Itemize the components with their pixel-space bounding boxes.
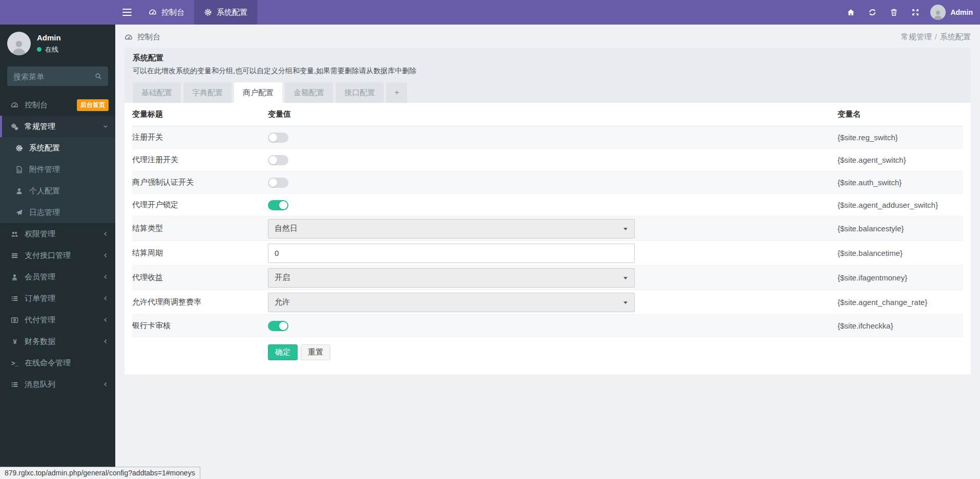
- variable-value-cell: 自然日: [268, 219, 838, 238]
- file-image-icon: [14, 166, 25, 173]
- main-content: 控制台 常规管理/系统配置 系统配置 可以在此增改系统的变量和分组,也可以自定义…: [115, 25, 980, 479]
- toggle-switch[interactable]: [268, 200, 288, 210]
- chevron-left-icon: [102, 231, 109, 237]
- toggle-switch[interactable]: [268, 321, 288, 331]
- sidebar-submenu: 系统配置附件管理个人配置日志管理: [0, 137, 115, 223]
- expand-button[interactable]: [905, 0, 926, 25]
- variable-name: {$site.auth_switch}: [838, 178, 963, 187]
- refresh-button[interactable]: [862, 0, 883, 25]
- table-row: 代理注册开关{$site.agent_switch}: [132, 149, 963, 171]
- sidebar-item-label: 订单管理: [25, 294, 102, 303]
- caret-down-icon: [623, 300, 628, 305]
- toggle-switch[interactable]: [268, 133, 288, 143]
- table-row: 银行卡审核{$site.ifcheckka}: [132, 315, 963, 337]
- paper-plane-icon: [14, 209, 25, 216]
- member-icon: [9, 273, 20, 281]
- tab-1[interactable]: 基础配置: [133, 82, 181, 103]
- sidebar-user-status: 在线: [37, 45, 61, 54]
- sidebar-item[interactable]: 订单管理: [0, 288, 115, 309]
- submit-button[interactable]: 确定: [268, 344, 298, 360]
- terminal-icon: >_: [9, 359, 20, 367]
- toggle-knob: [269, 156, 277, 164]
- sidebar-item[interactable]: 权限管理: [0, 223, 115, 245]
- sidebar-item[interactable]: 常规管理: [0, 116, 115, 137]
- value-select[interactable]: 开启: [268, 268, 635, 288]
- sidebar-item[interactable]: 代付管理: [0, 309, 115, 331]
- tab-2[interactable]: 字典配置: [183, 82, 232, 103]
- sidebar-item[interactable]: 消息队列: [0, 374, 115, 395]
- table-row: 商户强制认证开关{$site.auth_switch}: [132, 171, 963, 194]
- value-input[interactable]: [268, 244, 635, 263]
- add-tab-button[interactable]: +: [386, 82, 407, 103]
- breadcrumb-item[interactable]: 常规管理: [901, 32, 932, 41]
- gear-icon: [14, 144, 25, 152]
- search-icon[interactable]: [95, 73, 102, 80]
- tab-3[interactable]: 商户配置: [234, 82, 282, 103]
- reset-button[interactable]: 重置: [301, 344, 330, 360]
- variable-title: 允许代理商调整费率: [132, 297, 268, 307]
- sidebar-search[interactable]: [7, 67, 108, 86]
- variable-title: 注册开关: [132, 133, 268, 142]
- top-nav-tabs: 控制台系统配置: [139, 0, 257, 25]
- sidebar-item[interactable]: 日志管理: [0, 202, 115, 223]
- sidebar-item-label: 财务数据: [25, 337, 102, 346]
- sidebar-item[interactable]: >_在线命令管理: [0, 352, 115, 374]
- navbar-spacer: [257, 0, 840, 25]
- variable-value-cell: [268, 133, 838, 143]
- variable-title: 商户强制认证开关: [132, 178, 268, 187]
- toggle-knob: [269, 134, 277, 142]
- dashboard-icon: [9, 101, 20, 109]
- select-value: 允许: [275, 297, 290, 307]
- top-nav-tab-1[interactable]: 控制台: [139, 0, 194, 25]
- trash-button[interactable]: [883, 0, 905, 25]
- dashboard-icon: [149, 8, 157, 16]
- home-button[interactable]: [840, 0, 862, 25]
- caret-down-icon: [623, 275, 628, 280]
- user-name: Admin: [950, 8, 973, 16]
- sidebar-user-panel: Admin 在线: [0, 25, 115, 61]
- variable-value-cell: [268, 200, 838, 210]
- panel-body: 变量标题 变量值 变量名 注册开关{$site.reg_switch}代理注册开…: [124, 103, 971, 375]
- table-row: 允许代理商调整费率允许{$site.agent_change_rate}: [132, 290, 963, 315]
- hamburger-menu-icon[interactable]: [115, 0, 139, 25]
- avatar: [930, 5, 946, 20]
- search-input[interactable]: [13, 72, 95, 81]
- sidebar-item[interactable]: ¥财务数据: [0, 331, 115, 352]
- table-row: 结算类型自然日{$site.balancestyle}: [132, 216, 963, 241]
- sidebar-item[interactable]: 控制台后台首页: [0, 94, 115, 116]
- list-alt-icon: [9, 381, 20, 388]
- toggle-knob: [279, 322, 287, 330]
- toggle-knob: [269, 179, 277, 187]
- variable-value-cell: [268, 178, 838, 188]
- tab-5[interactable]: 接口配置: [336, 82, 384, 103]
- sidebar-item[interactable]: 个人配置: [0, 180, 115, 202]
- sidebar-item[interactable]: 会员管理: [0, 266, 115, 288]
- sidebar-item-label: 附件管理: [29, 165, 109, 175]
- toggle-switch[interactable]: [268, 178, 288, 188]
- breadcrumb-section[interactable]: 控制台: [124, 32, 160, 42]
- variable-name: {$site.balancestyle}: [838, 224, 963, 233]
- toggle-switch[interactable]: [268, 155, 288, 165]
- top-nav-tab-2[interactable]: 系统配置: [194, 0, 257, 25]
- panel-description: 可以在此增改系统的变量和分组,也可以自定义分组和变量,如果需要删除请从数据库中删…: [133, 67, 963, 76]
- browser-status-url: 879.rglxc.top/admin.php/general/config?a…: [0, 467, 200, 479]
- value-select[interactable]: 允许: [268, 293, 635, 312]
- sidebar-item-label: 在线命令管理: [25, 358, 109, 368]
- sidebar-item[interactable]: 系统配置: [0, 137, 115, 159]
- sidebar-menu: 控制台后台首页常规管理系统配置附件管理个人配置日志管理权限管理支付接口管理会员管…: [0, 94, 115, 395]
- value-select[interactable]: 自然日: [268, 219, 635, 238]
- user-menu[interactable]: Admin: [926, 0, 980, 25]
- top-nav-tab-label: 系统配置: [217, 8, 247, 17]
- top-nav-tab-label: 控制台: [161, 8, 184, 17]
- sidebar-item-label: 消息队列: [25, 380, 102, 389]
- variable-title: 代理收益: [132, 273, 268, 282]
- variable-name: {$site.reg_switch}: [838, 133, 963, 142]
- variable-name: {$site.balancetime}: [838, 249, 963, 257]
- table-header-row: 变量标题 变量值 变量名: [132, 103, 963, 126]
- sidebar-item[interactable]: 附件管理: [0, 159, 115, 180]
- breadcrumb-item[interactable]: 系统配置: [940, 32, 971, 41]
- breadcrumb: 控制台 常规管理/系统配置: [115, 25, 980, 48]
- sidebar-item[interactable]: 支付接口管理: [0, 245, 115, 266]
- tab-4[interactable]: 金额配置: [285, 82, 333, 103]
- table-row: 代理收益开启{$site.ifagentmoney}: [132, 266, 963, 290]
